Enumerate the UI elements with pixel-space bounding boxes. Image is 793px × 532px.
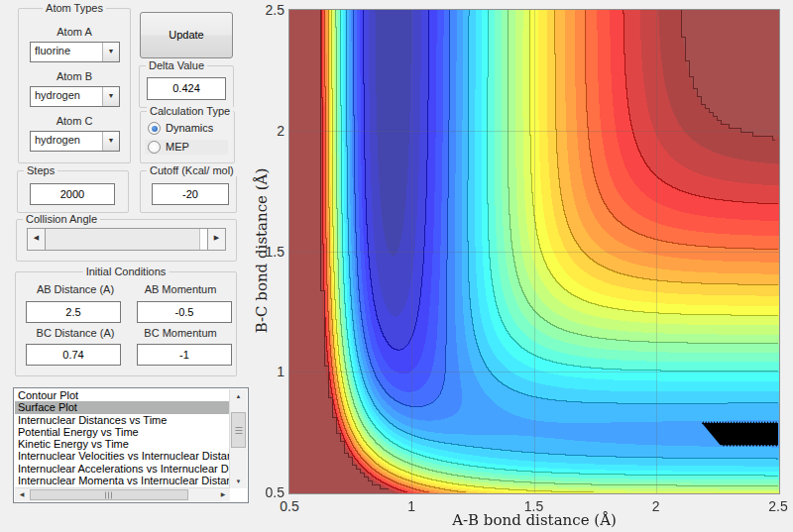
scroll-left-icon[interactable]: ◀ [15,488,29,501]
update-button[interactable]: Update [140,12,233,58]
delta-value-field[interactable]: 0.424 [147,77,226,100]
atom-a-label: Atom A [19,26,130,38]
slider-thumb[interactable] [199,229,207,250]
steps-field[interactable]: 2000 [30,183,115,205]
x-axis-label: A-B bond distance (Å) [452,511,617,529]
y-tick-label: 2.5 [245,2,284,18]
atom-c-label: Atom C [19,115,130,127]
atom-types-title: Atom Types [43,2,106,14]
y-tick-label: 2 [245,123,284,139]
atom-c-dropdown[interactable]: hydrogen ▼ [30,131,120,152]
steps-panel: Steps 2000 [17,170,129,213]
chevron-down-icon[interactable]: ▼ [102,43,119,61]
mep-radio-label[interactable]: MEP [166,141,189,153]
cutoff-panel: Cutoff (Kcal/ mol) -20 [140,170,237,213]
potential-energy-contour-plot [289,10,779,493]
ab-momentum-field[interactable]: -0.5 [137,301,232,323]
delta-value-title: Delta Value [146,59,207,71]
cutoff-field[interactable]: -20 [152,183,229,205]
plot-type-listbox[interactable]: Contour PlotSurface PlotInternuclear Dis… [13,387,249,503]
y-tick-label: 1 [245,364,284,379]
bc-distance-field[interactable]: 0.74 [26,344,121,366]
plot-type-list[interactable]: Contour PlotSurface PlotInternuclear Dis… [15,389,230,488]
listbox-item[interactable]: Internuclear Momenta vs Internuclear Dis… [15,475,230,486]
mep-radio[interactable] [148,141,161,154]
initial-conditions-panel: Initial Conditions AB Distance (A) AB Mo… [15,271,237,376]
chevron-down-icon[interactable]: ▼ [102,132,119,151]
steps-title: Steps [24,164,57,176]
atom-a-value: fluorine [35,43,70,61]
atom-b-dropdown[interactable]: hydrogen ▼ [30,86,120,107]
ab-distance-label: AB Distance (A) [26,283,125,295]
x-tick-label: 1 [392,498,431,514]
y-axis-label: B-C bond distance (Å) [253,168,271,334]
contour-plot-frame [288,9,780,494]
ab-distance-field[interactable]: 2.5 [26,301,121,323]
listbox-item[interactable]: Internuclear Velocities vs Internuclear … [15,450,230,462]
listbox-item[interactable]: Internuclear Accelerations vs Internucle… [15,463,230,475]
scroll-up-icon[interactable]: ▲ [230,389,247,403]
listbox-item[interactable]: Kinetic Energy vs Time [15,438,230,450]
dynamics-radio[interactable] [148,122,161,135]
listbox-item[interactable]: Contour Plot [15,389,230,401]
slider-left-arrow-icon[interactable]: ◀ [28,229,46,250]
listbox-item[interactable]: Surface Plot [15,401,230,413]
atom-c-value: hydrogen [35,132,80,151]
dynamics-radio-label[interactable]: Dynamics [166,122,213,134]
listbox-item[interactable]: Internuclear Distances vs Time [15,414,230,426]
cutoff-title: Cutoff (Kcal/ mol) [147,164,237,176]
collision-angle-panel: Collision Angle ◀ ▶ [16,219,237,262]
initial-conditions-title: Initial Conditions [83,266,170,277]
vertical-scrollbar[interactable]: ▲ ▼ [229,389,247,488]
delta-value-panel: Delta Value 0.424 [139,65,234,108]
atom-a-dropdown[interactable]: fluorine ▼ [30,42,120,62]
bc-distance-label: BC Distance (A) [26,327,125,339]
collision-angle-slider[interactable]: ◀ ▶ [27,228,226,251]
collision-angle-title: Collision Angle [23,213,100,225]
calculation-type-panel: Calculation Type Dynamics MEP [140,111,235,163]
calculation-type-title: Calculation Type [147,105,233,117]
scroll-right-icon[interactable]: ▶ [216,488,230,501]
bc-momentum-label: BC Momentum [131,327,230,339]
atom-b-label: Atom B [19,70,130,82]
atom-b-value: hydrogen [35,87,80,106]
listbox-item[interactable]: Potential Energy vs Time [15,426,230,438]
ab-momentum-label: AB Momentum [131,283,230,295]
horizontal-scrollbar-thumb[interactable] [30,489,188,500]
atom-types-panel: Atom Types Atom A fluorine ▼ Atom B hydr… [18,8,131,163]
bc-momentum-field[interactable]: -1 [137,344,232,366]
chevron-down-icon[interactable]: ▼ [102,87,119,106]
x-tick-label: 0.5 [270,498,309,514]
x-tick-label: 2 [636,498,676,514]
thumb-grip-icon [105,491,113,498]
x-tick-label: 2.5 [758,498,793,514]
vertical-scrollbar-thumb[interactable] [231,412,246,448]
slider-right-arrow-icon[interactable]: ▶ [207,229,225,250]
y-tick-label: 0.5 [245,484,284,500]
horizontal-scrollbar[interactable]: ◀ ▶ [15,487,230,501]
thumb-grip-icon [235,426,242,434]
